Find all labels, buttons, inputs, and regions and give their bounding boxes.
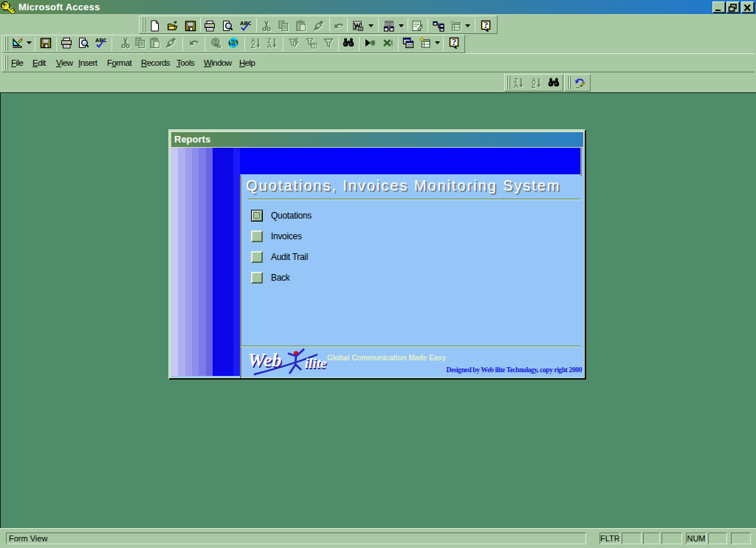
svg-text:?: ? [452, 37, 456, 47]
svg-text:A: A [514, 82, 518, 89]
svg-text:A: A [267, 42, 272, 49]
svg-text:?: ? [484, 20, 488, 30]
svg-text:Z: Z [251, 42, 255, 49]
svg-text:Z: Z [532, 82, 535, 89]
